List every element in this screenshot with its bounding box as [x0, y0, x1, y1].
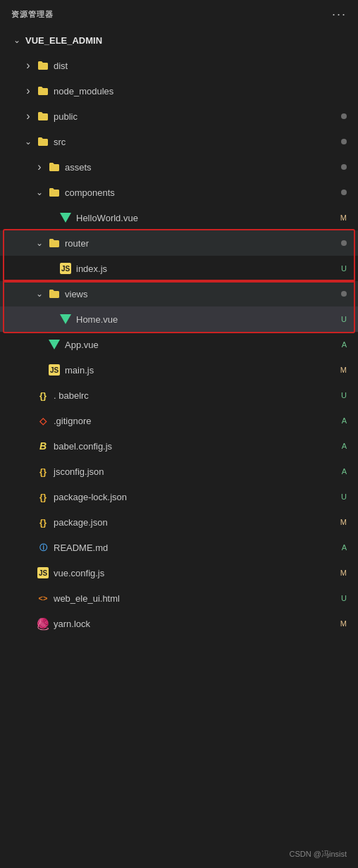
tree-item-node_modules[interactable]: node_modules	[0, 78, 358, 104]
tree-item-jsconfig.json[interactable]: {}jsconfig.jsonA	[0, 459, 358, 484]
tree-item-components[interactable]: components	[0, 180, 358, 205]
tree-item-router[interactable]: router	[0, 230, 358, 256]
tree-item-web_ele_ui.html[interactable]: <>web_ele_ui.htmlU	[0, 585, 358, 611]
tree-item-index.js[interactable]: JSindex.jsU	[0, 256, 358, 281]
tree-item-dist[interactable]: dist	[0, 53, 358, 78]
file-name-package.json: package.json	[54, 517, 340, 528]
dot-badge-views	[341, 291, 347, 297]
chevron-down-icon	[34, 237, 45, 249]
chevron-right-icon	[34, 161, 45, 173]
tree-item-babel.config.js[interactable]: Bbabel.config.jsA	[0, 433, 358, 459]
file-name-public: public	[54, 111, 341, 122]
file-name-node_modules: node_modules	[54, 86, 347, 97]
tree-item-.gitignore[interactable]: ◇.gitignoreA	[0, 408, 358, 433]
file-badge-vue.config.js: M	[340, 569, 347, 577]
header-menu[interactable]: ···	[332, 7, 347, 22]
file-badge-babel.config.js: A	[342, 442, 347, 450]
file-name-dist: dist	[54, 61, 347, 71]
file-name-index.js: index.js	[76, 264, 341, 274]
tree-item-yarn.lock[interactable]: 🧶yarn.lockM	[0, 611, 358, 636]
file-name-Home.vue: Home.vue	[76, 314, 341, 325]
tree-item-HelloWorld.vue[interactable]: HelloWorld.vueM	[0, 205, 358, 230]
header: 资源管理器 ···	[0, 0, 358, 27]
file-name-README.md: README.md	[54, 542, 342, 553]
chevron-down-icon	[11, 35, 23, 46]
file-name-yarn.lock: yarn.lock	[54, 619, 340, 629]
file-badge-yarn.lock: M	[340, 619, 347, 628]
file-badge-package-lock.json: U	[341, 492, 347, 501]
tree-item-.babelrc[interactable]: {}. babelrcU	[0, 383, 358, 408]
file-badge-App.vue: A	[342, 340, 347, 349]
file-badge-jsconfig.json: A	[342, 467, 347, 476]
file-tree: VUE_ELE_ADMIN distnode_modulespublicsrca…	[0, 27, 358, 636]
header-title: 资源管理器	[11, 9, 54, 20]
file-badge-web_ele_ui.html: U	[341, 594, 347, 602]
dot-badge-assets	[341, 164, 347, 170]
tree-item-vue.config.js[interactable]: JSvue.config.jsM	[0, 560, 358, 585]
chevron-right-icon	[23, 111, 34, 122]
tree-item-package.json[interactable]: {}package.jsonM	[0, 509, 358, 535]
file-name-router: router	[65, 238, 341, 249]
file-name-HelloWorld.vue: HelloWorld.vue	[76, 213, 340, 223]
file-name-assets: assets	[65, 162, 341, 173]
dot-badge-components	[341, 190, 347, 195]
tree-item-src[interactable]: src	[0, 129, 358, 154]
tree-item-App.vue[interactable]: App.vueA	[0, 332, 358, 357]
file-name-views: views	[65, 289, 341, 299]
file-badge-Home.vue: U	[341, 315, 347, 323]
chevron-right-icon	[23, 85, 34, 97]
file-badge-index.js: U	[341, 264, 347, 273]
file-name-src: src	[54, 137, 341, 147]
file-name-package-lock.json: package-lock.json	[54, 492, 341, 502]
tree-item-assets[interactable]: assets	[0, 154, 358, 180]
tree-item-views[interactable]: views	[0, 281, 358, 306]
file-badge-HelloWorld.vue: M	[340, 213, 347, 222]
dot-badge-router	[341, 240, 347, 246]
tree-item-Home.vue[interactable]: Home.vueU	[0, 306, 358, 332]
file-name-components: components	[65, 187, 341, 198]
file-name-jsconfig.json: jsconfig.json	[54, 466, 342, 477]
file-name-main.js: main.js	[65, 365, 340, 376]
footer-text: CSDN @冯insist	[290, 850, 347, 858]
tree-item-package-lock.json[interactable]: {}package-lock.jsonU	[0, 484, 358, 509]
file-badge-.gitignore: A	[342, 416, 347, 425]
root-label: VUE_ELE_ADMIN	[25, 35, 347, 46]
dot-badge-public	[341, 113, 347, 119]
root-item[interactable]: VUE_ELE_ADMIN	[0, 27, 358, 53]
file-name-vue.config.js: vue.config.js	[54, 568, 340, 578]
file-badge-README.md: A	[342, 543, 347, 552]
file-badge-main.js: M	[340, 366, 347, 374]
chevron-down-icon	[23, 136, 34, 147]
file-name-App.vue: App.vue	[65, 340, 342, 350]
chevron-right-icon	[23, 60, 34, 71]
file-name-babel.config.js: babel.config.js	[54, 441, 342, 452]
file-name-.babelrc: . babelrc	[54, 390, 341, 401]
file-badge-.babelrc: U	[341, 391, 347, 399]
file-name-web_ele_ui.html: web_ele_ui.html	[54, 593, 341, 604]
chevron-down-icon	[34, 288, 45, 299]
file-badge-package.json: M	[340, 518, 347, 526]
tree-item-main.js[interactable]: JSmain.jsM	[0, 357, 358, 383]
tree-item-public[interactable]: public	[0, 104, 358, 129]
tree-item-README.md[interactable]: ⓘREADME.mdA	[0, 535, 358, 560]
footer: CSDN @冯insist	[290, 849, 347, 860]
chevron-down-icon	[34, 187, 45, 198]
dot-badge-src	[341, 139, 347, 144]
file-name-.gitignore: .gitignore	[54, 416, 342, 426]
